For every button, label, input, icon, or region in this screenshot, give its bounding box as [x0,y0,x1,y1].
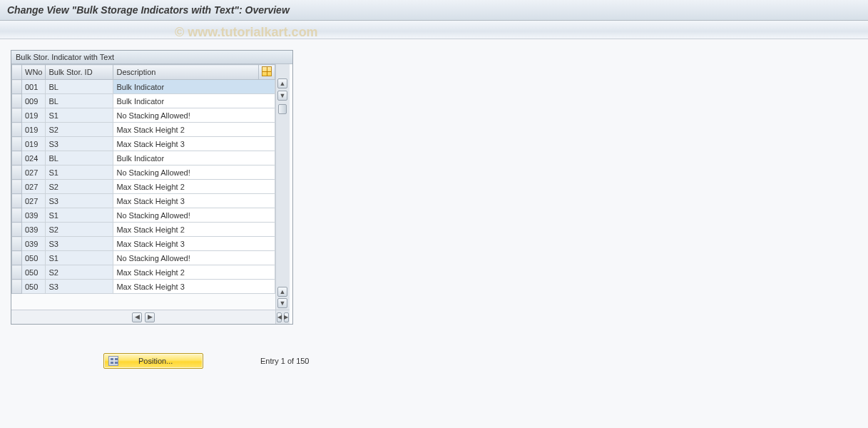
cell-wno: 050 [22,280,46,294]
table-row[interactable]: 050S1No Stacking Allowed! [12,251,275,265]
cell-wno: 027 [22,194,46,208]
cell-description[interactable]: No Stacking Allowed! [113,108,275,123]
table-row[interactable]: 009BLBulk Indicator [12,94,275,108]
cell-wno: 019 [22,108,46,123]
row-selector[interactable] [12,151,22,165]
cell-description[interactable]: Max Stack Height 2 [113,265,275,280]
scroll-right-icon[interactable]: ▶ [145,312,155,322]
cell-wno: 027 [22,180,46,194]
cell-description[interactable]: Max Stack Height 3 [113,194,275,208]
cell-description[interactable]: Max Stack Height 3 [113,280,275,294]
scroll-up-icon[interactable]: ▲ [277,78,287,88]
cell-id: BL [46,151,113,165]
table-row[interactable]: 039S3Max Stack Height 3 [12,237,275,251]
col-header-id[interactable]: Bulk Stor. ID [46,65,113,80]
content-area: Bulk Stor. Indicator with Text WNo Bulk … [0,39,868,379]
scroll-left-icon[interactable]: ◀ [277,312,282,322]
footer-row: Position... Entry 1 of 150 [11,353,857,369]
cell-description[interactable]: Max Stack Height 2 [113,180,275,194]
row-selector[interactable] [12,265,22,280]
cell-wno: 024 [22,151,46,165]
scroll-left-icon[interactable]: ◀ [132,312,142,322]
row-selector[interactable] [12,208,22,223]
cell-id: S1 [46,208,113,223]
row-selector[interactable] [12,251,22,265]
table-row[interactable]: 001BLBulk Indicator [12,80,275,94]
horizontal-scrollbar-corner[interactable]: ◀ ▶ [275,310,290,324]
table-row[interactable]: 019S3Max Stack Height 3 [12,137,275,151]
cell-wno: 009 [22,94,46,108]
cell-id: S2 [46,123,113,137]
scroll-up-icon[interactable]: ▲ [277,287,287,297]
col-header-wno[interactable]: WNo [22,65,46,80]
configure-columns-button[interactable] [259,65,275,80]
cell-description[interactable]: No Stacking Allowed! [113,165,275,180]
cell-description[interactable]: No Stacking Allowed! [113,251,275,265]
table-row[interactable]: 019S1No Stacking Allowed! [12,108,275,123]
table-row[interactable]: 027S3Max Stack Height 3 [12,194,275,208]
cell-id: S2 [46,180,113,194]
row-selector[interactable] [12,180,22,194]
cell-description[interactable]: Bulk Indicator [113,94,275,108]
row-selector[interactable] [12,165,22,180]
table-row[interactable]: 027S2Max Stack Height 2 [12,180,275,194]
cell-wno: 027 [22,165,46,180]
cell-description[interactable]: Bulk Indicator [113,80,275,94]
row-selector[interactable] [12,280,22,294]
cell-id: S1 [46,251,113,265]
table-wrap: WNo Bulk Stor. ID Description 001BLBulk … [11,64,292,324]
table-row[interactable]: 050S2Max Stack Height 2 [12,265,275,280]
cell-id: S3 [46,280,113,294]
row-selector[interactable] [12,137,22,151]
cell-id: BL [46,94,113,108]
row-selector[interactable] [12,237,22,251]
cell-id: S3 [46,137,113,151]
cell-id: S1 [46,165,113,180]
row-selector[interactable] [12,194,22,208]
cell-description[interactable]: Max Stack Height 2 [113,123,275,137]
vertical-scrollbar[interactable]: ▲ ▼ ▲ ▼ [275,64,290,310]
cell-id: S1 [46,108,113,123]
table-row[interactable]: 027S1No Stacking Allowed! [12,165,275,180]
select-all-header[interactable] [12,65,22,80]
cell-id: S2 [46,223,113,237]
scroll-down-icon[interactable]: ▼ [277,298,287,308]
position-button[interactable]: Position... [103,353,203,369]
cell-description[interactable]: No Stacking Allowed! [113,208,275,223]
position-icon [108,356,118,366]
cell-id: S3 [46,237,113,251]
row-selector[interactable] [12,80,22,94]
cell-description[interactable]: Max Stack Height 3 [113,237,275,251]
cell-wno: 050 [22,265,46,280]
cell-id: S2 [46,265,113,280]
col-header-desc[interactable]: Description [113,65,259,80]
scroll-down-icon[interactable]: ▼ [277,91,287,101]
cell-description[interactable]: Max Stack Height 2 [113,223,275,237]
table-row[interactable]: 050S3Max Stack Height 3 [12,280,275,294]
row-selector[interactable] [12,94,22,108]
cell-id: S3 [46,194,113,208]
cell-id: BL [46,80,113,94]
cell-wno: 039 [22,223,46,237]
scroll-thumb[interactable] [278,104,287,114]
table-scroll: WNo Bulk Stor. ID Description 001BLBulk … [11,64,275,310]
table-row[interactable]: 019S2Max Stack Height 2 [12,123,275,137]
row-selector[interactable] [12,108,22,123]
scroll-right-icon[interactable]: ▶ [284,312,289,322]
row-selector[interactable] [12,123,22,137]
cell-wno: 050 [22,251,46,265]
cell-wno: 001 [22,80,46,94]
table-row[interactable]: 024BLBulk Indicator [12,151,275,165]
cell-wno: 019 [22,123,46,137]
position-button-label: Position... [138,357,173,365]
row-selector[interactable] [12,223,22,237]
cell-description[interactable]: Max Stack Height 3 [113,137,275,151]
horizontal-scrollbar[interactable]: ◀ ▶ [11,310,275,324]
cell-description[interactable]: Bulk Indicator [113,151,275,165]
table-row[interactable]: 039S2Max Stack Height 2 [12,223,275,237]
entry-status: Entry 1 of 150 [260,357,310,365]
table-row[interactable]: 039S1No Stacking Allowed! [12,208,275,223]
cell-wno: 039 [22,208,46,223]
page-title: Change View "Bulk Storage Indicators wit… [7,4,290,16]
page-title-bar: Change View "Bulk Storage Indicators wit… [0,0,868,21]
